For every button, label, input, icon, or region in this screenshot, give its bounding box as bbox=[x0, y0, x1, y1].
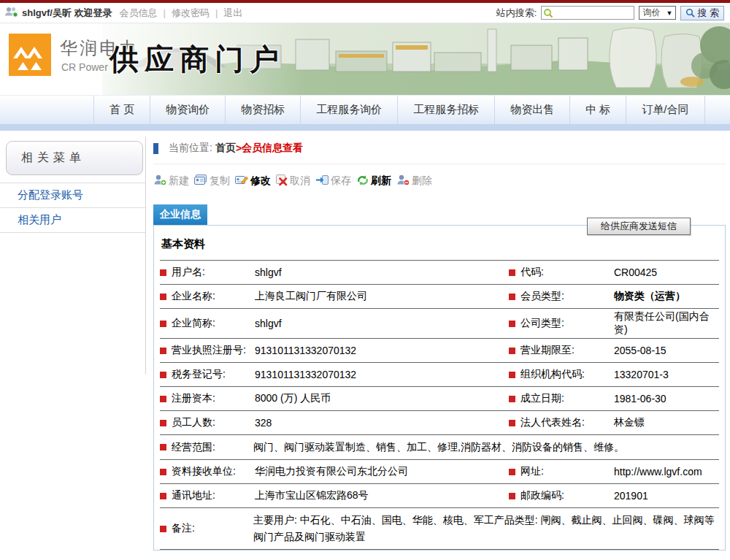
nav-item[interactable]: 工程服务招标 bbox=[398, 96, 495, 124]
search-input-icon bbox=[543, 8, 553, 18]
users-icon bbox=[4, 6, 19, 20]
field-label-text: 企业简称: bbox=[172, 317, 215, 330]
red-bullet-icon bbox=[160, 493, 166, 499]
field-label: 邮政编码: bbox=[509, 489, 612, 502]
field-label-text: 营业执照注册号: bbox=[172, 344, 246, 357]
tab-company-info[interactable]: 企业信息 bbox=[153, 204, 207, 225]
table-row: 税务登记号:913101131332070132组织机构代码:13320701-… bbox=[160, 363, 719, 387]
user-delete-icon bbox=[396, 174, 410, 188]
topbar-link-separator: | bbox=[215, 7, 218, 18]
field-value: 1981-06-30 bbox=[612, 393, 719, 404]
red-bullet-icon bbox=[160, 469, 166, 475]
table-row: 经营范围:阀门、阀门驱动装置制造、销售、加工、修理,消防器材、消防设备的销售、维… bbox=[160, 435, 719, 460]
field-label-text: 代码: bbox=[520, 266, 544, 279]
toolbar-button-label: 取消 bbox=[290, 174, 310, 188]
field-label: 成立日期: bbox=[509, 392, 612, 405]
record-toolbar: 新建复制修改取消保存刷新删除 bbox=[153, 164, 726, 197]
red-bullet-icon bbox=[160, 269, 166, 276]
field-value: shlgvf bbox=[253, 266, 429, 278]
content-area: 当前位置: 首页 > 会员信息查看 新建复制修改取消保存刷新删除 企业信息 给供… bbox=[146, 131, 730, 560]
search-button[interactable]: 搜 索 bbox=[680, 6, 724, 20]
red-bullet-icon bbox=[509, 294, 515, 300]
topbar-link[interactable]: 会员信息 bbox=[120, 7, 158, 20]
field-value: 上海市宝山区锦宏路68号 bbox=[253, 489, 429, 502]
red-bullet-icon bbox=[160, 420, 166, 426]
toolbar-user-add-button[interactable]: 新建 bbox=[153, 174, 189, 188]
page-title: 供应商门户 bbox=[110, 39, 285, 80]
user-add-icon bbox=[153, 174, 167, 188]
nav-item[interactable]: 订单/合同 bbox=[626, 96, 704, 124]
chevron-down-icon: ▼ bbox=[666, 9, 672, 17]
site-search-label: 站内搜索: bbox=[496, 7, 537, 20]
send-sms-button[interactable]: 给供应商发送短信 bbox=[587, 218, 691, 235]
field-label: 资料接收单位: bbox=[160, 465, 253, 478]
field-value: 有限责任公司(国内合资) bbox=[612, 310, 719, 337]
field-value: http://www.lgvf.com bbox=[612, 466, 719, 477]
red-bullet-icon bbox=[509, 372, 515, 378]
field-label-text: 通讯地址: bbox=[172, 489, 215, 502]
red-bullet-icon bbox=[509, 420, 515, 426]
field-label: 组织机构代码: bbox=[509, 368, 612, 381]
red-bullet-icon bbox=[509, 396, 515, 402]
red-bullet-icon bbox=[160, 321, 166, 327]
toolbar-save-button[interactable]: 保存 bbox=[315, 174, 351, 188]
field-value: 阀门、阀门驱动装置制造、销售、加工、修理,消防器材、消防设备的销售、维修。 bbox=[253, 437, 719, 458]
topbar-link[interactable]: 退出 bbox=[223, 7, 242, 20]
breadcrumb-label: 当前位置: bbox=[169, 142, 212, 155]
logged-in-user: shlgvf/吴昕 欢迎登录 bbox=[22, 7, 112, 20]
table-row: 员工人数:328法人代表姓名:林金镖 bbox=[160, 411, 719, 435]
field-label: 注册资本: bbox=[160, 392, 253, 405]
cancel-icon bbox=[276, 174, 288, 188]
field-value: 201901 bbox=[612, 490, 719, 502]
sidebar-item[interactable]: 分配登录账号 bbox=[0, 183, 146, 208]
toolbar-edit-button[interactable]: 修改 bbox=[235, 174, 271, 188]
nav-item[interactable]: 物资出售 bbox=[495, 96, 570, 124]
nav-accent-strip bbox=[0, 124, 730, 131]
table-row: 营业执照注册号:913101131332070132营业期限至:2055-08-… bbox=[160, 339, 719, 363]
table-row: 企业简称:shlgvf公司类型:有限责任公司(国内合资) bbox=[160, 309, 719, 339]
nav-item[interactable]: 物资询价 bbox=[150, 96, 226, 124]
red-bullet-icon bbox=[160, 396, 166, 402]
toolbar-refresh-button[interactable]: 刷新 bbox=[356, 174, 391, 188]
field-label-text: 经营范围: bbox=[172, 441, 215, 454]
nav-item[interactable]: 中 标 bbox=[570, 96, 626, 124]
toolbar-copy-button[interactable]: 复制 bbox=[194, 174, 230, 188]
field-label-text: 用户名: bbox=[172, 266, 205, 279]
topbar-links: 会员信息|修改密码|退出 bbox=[120, 7, 243, 20]
field-label-text: 组织机构代码: bbox=[520, 368, 585, 381]
nav-item[interactable]: 物资招标 bbox=[226, 96, 301, 124]
breadcrumb-separator: > bbox=[236, 142, 242, 154]
field-label-text: 员工人数: bbox=[172, 416, 215, 429]
table-row: 资料接收单位:华润电力投资有限公司东北分公司网址:http://www.lgvf… bbox=[160, 460, 719, 484]
search-category-select[interactable]: 询价 ▼ bbox=[639, 6, 676, 20]
toolbar-button-label: 新建 bbox=[169, 174, 189, 188]
breadcrumb-marker bbox=[153, 143, 158, 154]
field-label: 代码: bbox=[509, 266, 612, 279]
breadcrumb: 当前位置: 首页 > 会员信息查看 bbox=[153, 142, 726, 164]
toolbar-cancel-button[interactable]: 取消 bbox=[276, 174, 310, 188]
field-label: 经营范围: bbox=[160, 441, 253, 454]
field-value: CR00425 bbox=[612, 266, 719, 278]
field-value: 主要用户: 中石化、中石油、国电、华能、核电、军工产品类型: 闸阀、截止阀、止回… bbox=[253, 510, 719, 548]
topbar-link[interactable]: 修改密码 bbox=[172, 7, 210, 20]
field-label: 税务登记号: bbox=[160, 368, 253, 381]
nav-item[interactable]: 首 页 bbox=[93, 96, 150, 124]
breadcrumb-home-link[interactable]: 首页 bbox=[215, 142, 236, 155]
toolbar-user-delete-button[interactable]: 删除 bbox=[396, 174, 432, 188]
toolbar-button-label: 修改 bbox=[250, 174, 271, 188]
red-bullet-icon bbox=[509, 469, 515, 475]
sidebar-item[interactable]: 相关用户 bbox=[0, 208, 146, 233]
nav-item[interactable]: 工程服务询价 bbox=[301, 96, 398, 124]
field-label: 法人代表姓名: bbox=[509, 416, 612, 429]
field-label: 营业期限至: bbox=[509, 344, 612, 357]
search-button-label: 搜 索 bbox=[697, 7, 719, 20]
field-label-text: 税务登记号: bbox=[172, 368, 226, 381]
table-row: 企业名称:上海良工阀门厂有限公司会员类型:物资类（运营） bbox=[160, 285, 719, 309]
search-icon bbox=[685, 8, 695, 18]
field-value: 华润电力投资有限公司东北分公司 bbox=[253, 465, 429, 478]
toolbar-button-label: 刷新 bbox=[371, 174, 391, 188]
field-value: 物资类（运营） bbox=[612, 290, 719, 303]
field-value: 913101131332070132 bbox=[253, 345, 429, 356]
site-search-input[interactable] bbox=[541, 6, 634, 20]
topbar-link-separator: | bbox=[164, 7, 166, 18]
